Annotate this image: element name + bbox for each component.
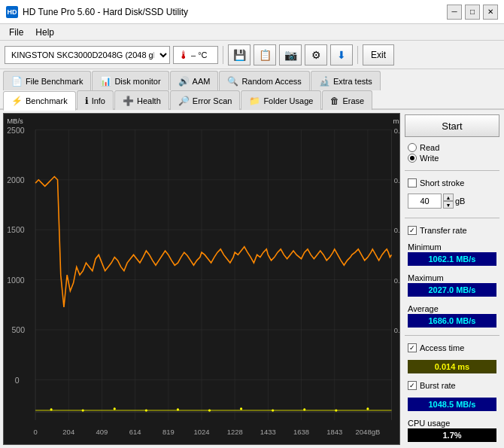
burst-rate-checkbox-box: ✓ bbox=[408, 381, 417, 390]
tab-health[interactable]: ➕ Health bbox=[114, 90, 169, 110]
aam-icon: 🔊 bbox=[178, 76, 190, 87]
svg-point-54 bbox=[366, 407, 369, 410]
tab-disk-monitor-label: Disk monitor bbox=[114, 77, 160, 86]
minimize-button[interactable]: ─ bbox=[447, 5, 462, 20]
benchmark-icon: ⚡ bbox=[11, 96, 23, 106]
error-scan-icon: 🔎 bbox=[178, 96, 190, 106]
write-radio[interactable]: Write bbox=[408, 154, 496, 163]
burst-rate-value: 1048.5 MB/s bbox=[408, 398, 496, 411]
tab-benchmark[interactable]: ⚡ Benchmark bbox=[3, 91, 76, 111]
svg-text:1433: 1433 bbox=[260, 428, 276, 436]
title-bar-left: HD HD Tune Pro 5.60 - Hard Disk/SSD Util… bbox=[6, 6, 188, 18]
menu-file[interactable]: File bbox=[3, 26, 29, 39]
app-icon: HD bbox=[6, 6, 18, 18]
tab-file-benchmark[interactable]: 📄 File Benchmark bbox=[3, 71, 91, 90]
svg-text:ms: ms bbox=[393, 117, 399, 125]
svg-text:0.40: 0.40 bbox=[394, 176, 399, 184]
menu-bar: File Help bbox=[0, 24, 504, 41]
svg-point-53 bbox=[335, 409, 337, 411]
title-bar-controls: ─ □ ✕ bbox=[447, 5, 498, 20]
toolbar-btn-3[interactable]: 📷 bbox=[279, 44, 302, 66]
thermometer-icon: 🌡 bbox=[178, 49, 189, 61]
start-button[interactable]: Start bbox=[405, 114, 499, 137]
svg-text:0.20: 0.20 bbox=[394, 276, 399, 285]
tab-disk-monitor[interactable]: 📊 Disk monitor bbox=[92, 71, 169, 90]
svg-text:409: 409 bbox=[96, 428, 108, 436]
svg-point-45 bbox=[82, 409, 84, 411]
transfer-rate-checkbox[interactable]: ✓ Transfer rate bbox=[405, 224, 499, 236]
svg-text:1024: 1024 bbox=[193, 428, 210, 436]
toolbar-btn-5[interactable]: ⬇ bbox=[330, 44, 353, 66]
tab-erase[interactable]: 🗑 Erase bbox=[322, 90, 372, 110]
tab-benchmark-label: Benchmark bbox=[26, 96, 68, 105]
tab-random-access-label: Random Access bbox=[241, 77, 301, 86]
stroke-down-button[interactable]: ▼ bbox=[443, 201, 454, 209]
write-radio-indicator bbox=[408, 154, 417, 163]
file-benchmark-icon: 📄 bbox=[11, 76, 23, 87]
tab-info[interactable]: ℹ Info bbox=[77, 90, 114, 110]
tab-info-label: Info bbox=[92, 96, 105, 105]
tab-random-access[interactable]: 🔍 Random Access bbox=[219, 71, 309, 90]
access-time-checkbox[interactable]: ✓ Access time bbox=[405, 342, 499, 354]
chart-container: 2500 2000 1500 1000 500 0 MB/s 0.50 0.40… bbox=[3, 113, 400, 445]
close-button[interactable]: ✕ bbox=[483, 5, 498, 20]
divider-1 bbox=[405, 170, 499, 171]
svg-point-51 bbox=[272, 409, 274, 411]
short-stroke-label: Short stroke bbox=[420, 178, 464, 187]
svg-text:500: 500 bbox=[12, 325, 26, 334]
drive-selector[interactable]: KINGSTON SKC3000D2048G (2048 gB) bbox=[5, 46, 170, 64]
read-write-group: Read Write bbox=[405, 142, 499, 164]
folder-usage-icon: 📁 bbox=[249, 96, 260, 106]
tab-extra-tests[interactable]: 🔬 Extra tests bbox=[311, 71, 381, 90]
app-title: HD Tune Pro 5.60 - Hard Disk/SSD Utility bbox=[23, 7, 188, 17]
transfer-rate-label: Transfer rate bbox=[420, 226, 467, 235]
burst-rate-label: Burst rate bbox=[420, 381, 456, 390]
tab-folder-usage-label: Folder Usage bbox=[263, 96, 313, 105]
svg-text:614: 614 bbox=[129, 428, 141, 436]
svg-text:204: 204 bbox=[62, 428, 74, 436]
svg-text:MB/s: MB/s bbox=[7, 117, 23, 125]
tab-error-scan[interactable]: 🔎 Error Scan bbox=[170, 90, 241, 110]
svg-point-52 bbox=[303, 408, 305, 410]
stroke-unit-label: gB bbox=[455, 197, 465, 206]
short-stroke-checkbox[interactable]: Short stroke bbox=[405, 177, 499, 189]
tab-folder-usage[interactable]: 📁 Folder Usage bbox=[241, 90, 321, 110]
main-content: 2500 2000 1500 1000 500 0 MB/s 0.50 0.40… bbox=[0, 110, 504, 448]
maximize-button[interactable]: □ bbox=[465, 5, 480, 20]
svg-text:1638: 1638 bbox=[293, 428, 309, 436]
tab-file-benchmark-label: File Benchmark bbox=[26, 77, 83, 86]
access-time-checkbox-box: ✓ bbox=[408, 343, 417, 352]
stroke-up-button[interactable]: ▲ bbox=[443, 194, 454, 201]
tab-extra-tests-label: Extra tests bbox=[333, 77, 372, 86]
benchmark-chart: 2500 2000 1500 1000 500 0 MB/s 0.50 0.40… bbox=[4, 114, 399, 444]
svg-text:1843: 1843 bbox=[326, 428, 342, 436]
read-radio[interactable]: Read bbox=[408, 143, 496, 152]
info-icon: ℹ bbox=[85, 96, 89, 106]
toolbar-btn-1[interactable]: 💾 bbox=[228, 44, 250, 66]
erase-icon: 🗑 bbox=[330, 96, 339, 106]
toolbar-btn-4[interactable]: ⚙ bbox=[305, 44, 327, 66]
extra-tests-icon: 🔬 bbox=[319, 76, 330, 87]
svg-text:0: 0 bbox=[15, 376, 20, 385]
svg-text:0: 0 bbox=[33, 428, 37, 436]
svg-text:1000: 1000 bbox=[7, 276, 24, 285]
average-label: Average bbox=[408, 304, 496, 313]
svg-text:0.30: 0.30 bbox=[394, 226, 399, 234]
svg-text:0.50: 0.50 bbox=[394, 126, 399, 135]
average-block: Average 1686.0 MB/s bbox=[405, 303, 499, 329]
toolbar-btn-2[interactable]: 📋 bbox=[254, 44, 276, 66]
menu-help[interactable]: Help bbox=[29, 26, 60, 39]
stroke-value-input[interactable] bbox=[408, 194, 442, 209]
tab-erase-label: Erase bbox=[342, 96, 364, 105]
exit-button[interactable]: Exit bbox=[363, 44, 394, 66]
svg-point-49 bbox=[208, 409, 211, 411]
tab-aam[interactable]: 🔊 AAM bbox=[170, 71, 219, 90]
stroke-spinner: ▲ ▼ bbox=[443, 194, 454, 209]
health-icon: ➕ bbox=[123, 96, 134, 106]
burst-rate-checkbox[interactable]: ✓ Burst rate bbox=[405, 379, 499, 392]
svg-point-48 bbox=[177, 408, 179, 410]
access-time-value: 0.014 ms bbox=[408, 360, 496, 373]
read-radio-indicator bbox=[408, 143, 417, 152]
maximum-block: Maximum 2027.0 MB/s bbox=[405, 272, 499, 298]
svg-text:2048gB: 2048gB bbox=[356, 428, 381, 436]
